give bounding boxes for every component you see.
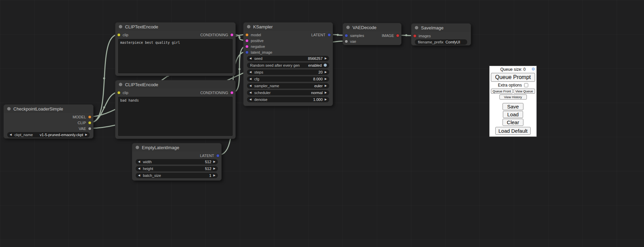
queue-size-label: Queue size: 0 [500,67,525,72]
decrement-arrow-icon[interactable]: ◀ [138,167,140,170]
view-queue-button[interactable]: View Queue [513,89,535,94]
widget-batch-size[interactable]: ◀ batch_size 1 ▶ [136,173,218,178]
output-slot-model[interactable] [88,116,91,118]
decrement-arrow-icon[interactable]: ◀ [249,84,251,87]
node-title-bar[interactable]: VAEDecode [343,23,401,31]
widget-random-seed-control[interactable]: Random seed after every gen enabled [247,63,329,68]
input-slot-clip[interactable] [117,91,120,94]
extra-options-checkbox[interactable] [524,83,528,87]
output-slot-latent[interactable] [216,154,219,157]
output-slot-conditioning[interactable] [231,91,233,94]
link-clip-to-positive-encode [90,35,118,122]
widget-value: v1-5-pruned-emaonly.ckpt [40,133,83,137]
decrement-arrow-icon[interactable]: ◀ [249,98,251,101]
output-label: LATENT [200,154,214,158]
widget-steps[interactable]: ◀ steps 20 ▶ [247,69,329,75]
node-ksampler[interactable]: KSampler model LATENT positive negative … [243,22,333,106]
prompt-text-input[interactable]: bad hands [118,97,233,136]
decrement-arrow-icon[interactable]: ◀ [249,57,251,60]
settings-gear-icon[interactable]: ⚙ [531,67,535,72]
collapse-dot-icon[interactable] [119,83,122,86]
node-title-bar[interactable]: CLIPTextEncode [115,23,235,31]
input-slot-positive[interactable] [246,39,248,42]
node-save-image[interactable]: SaveImage images filename_prefix ComfyUI [411,23,471,46]
load-default-button[interactable]: Load Default [495,127,531,135]
output-slot-conditioning[interactable] [231,34,233,36]
input-slot-clip[interactable] [117,34,120,36]
increment-arrow-icon[interactable]: ▶ [213,160,215,163]
output-label: CONDITIONING [200,91,228,95]
decrement-arrow-icon[interactable]: ◀ [249,91,251,94]
increment-arrow-icon[interactable]: ▶ [325,98,327,101]
input-slot-negative[interactable] [246,45,248,48]
collapse-dot-icon[interactable] [415,26,418,29]
output-label: CLIP [78,121,86,125]
input-slot-latent-image[interactable] [246,51,248,54]
collapse-dot-icon[interactable] [7,107,11,110]
increment-arrow-icon[interactable]: ▶ [213,174,215,177]
increment-arrow-icon[interactable]: ▶ [325,71,327,74]
widget-height[interactable]: ◀ height 512 ▶ [136,166,218,171]
output-slot-clip[interactable] [88,121,91,124]
node-canvas[interactable]: CheckpointLoaderSimple MODEL CLIP VAE ◀ … [0,0,644,247]
widget-seed[interactable]: ◀ seed 8566257 ▶ [247,56,329,61]
queue-prompt-button[interactable]: Queue Prompt [491,73,535,82]
node-title-bar[interactable]: EmptyLatentImage [132,143,221,152]
input-label: clip [123,91,128,95]
widget-ckpt-name[interactable]: ◀ ckpt_name v1-5-pruned-emaonly.ckpt ▶ [7,132,90,138]
node-checkpoint-loader[interactable]: CheckpointLoaderSimple MODEL CLIP VAE ◀ … [3,104,94,139]
node-title: CLIPTextEncode [125,24,158,29]
queue-front-button[interactable]: Queue Front [491,89,513,94]
node-title-bar[interactable]: CLIPTextEncode [115,80,235,89]
output-slot-vae[interactable] [88,127,91,130]
node-title-bar[interactable]: CheckpointLoaderSimple [4,105,93,113]
node-clip-text-encode-positive[interactable]: CLIPTextEncode clip CONDITIONING masterp… [115,22,236,76]
node-clip-text-encode-negative[interactable]: CLIPTextEncode clip CONDITIONING bad han… [115,80,236,139]
decrement-arrow-icon[interactable]: ◀ [249,78,251,80]
input-slot-vae[interactable] [345,40,348,43]
increment-arrow-icon[interactable]: ▶ [85,133,87,136]
widget-sampler-name[interactable]: ◀ sampler_name euler ▶ [247,83,329,89]
node-empty-latent-image[interactable]: EmptyLatentImage LATENT ◀ width 512 ▶ ◀ … [132,143,222,181]
widget-value: 8.000 [313,77,323,81]
increment-arrow-icon[interactable]: ▶ [325,78,327,80]
increment-arrow-icon[interactable]: ▶ [325,57,327,60]
widget-cfg[interactable]: ◀ cfg 8.000 ▶ [247,76,329,82]
input-slot-model[interactable] [246,34,248,36]
load-button[interactable]: Load [503,111,523,118]
decrement-arrow-icon[interactable]: ◀ [10,133,12,136]
decrement-arrow-icon[interactable]: ◀ [138,174,140,177]
widget-filename-prefix[interactable]: filename_prefix ComfyUI [415,39,467,45]
widget-value: 512 [205,160,211,164]
clear-button[interactable]: Clear [503,119,524,126]
collapse-dot-icon[interactable] [346,26,350,29]
node-title-bar[interactable]: SaveImage [411,24,471,32]
view-history-button[interactable]: View History [499,94,527,100]
collapse-dot-icon[interactable] [119,25,122,28]
increment-arrow-icon[interactable]: ▶ [325,84,327,87]
input-label: samples [350,34,364,38]
widget-label: denoise [254,98,268,102]
toggle-on-icon[interactable] [324,64,327,67]
increment-arrow-icon[interactable]: ▶ [325,91,327,94]
widget-value: enabled [308,63,322,67]
widget-scheduler[interactable]: ◀ scheduler normal ▶ [247,90,329,95]
widget-width[interactable]: ◀ width 512 ▶ [136,159,218,165]
node-title-bar[interactable]: KSampler [244,23,333,31]
save-button[interactable]: Save [503,103,523,110]
node-vae-decode[interactable]: VAEDecode samples IMAGE vae [343,23,401,45]
widget-label: batch_size [143,173,161,178]
decrement-arrow-icon[interactable]: ◀ [249,71,251,74]
decrement-arrow-icon[interactable]: ◀ [138,160,140,163]
output-slot-latent[interactable] [328,34,331,36]
increment-arrow-icon[interactable]: ▶ [213,167,215,170]
input-slot-samples[interactable] [345,34,348,37]
prompt-text-input[interactable]: masterpiece best quality girl [118,39,233,73]
output-slot-image[interactable] [396,34,399,37]
collapse-dot-icon[interactable] [247,25,250,28]
input-slot-images[interactable] [413,35,416,37]
link-midpoint-dot [238,68,240,70]
collapse-dot-icon[interactable] [136,146,139,149]
link-midpoint-dot [103,77,105,79]
widget-denoise[interactable]: ◀ denoise 1.000 ▶ [247,97,329,102]
